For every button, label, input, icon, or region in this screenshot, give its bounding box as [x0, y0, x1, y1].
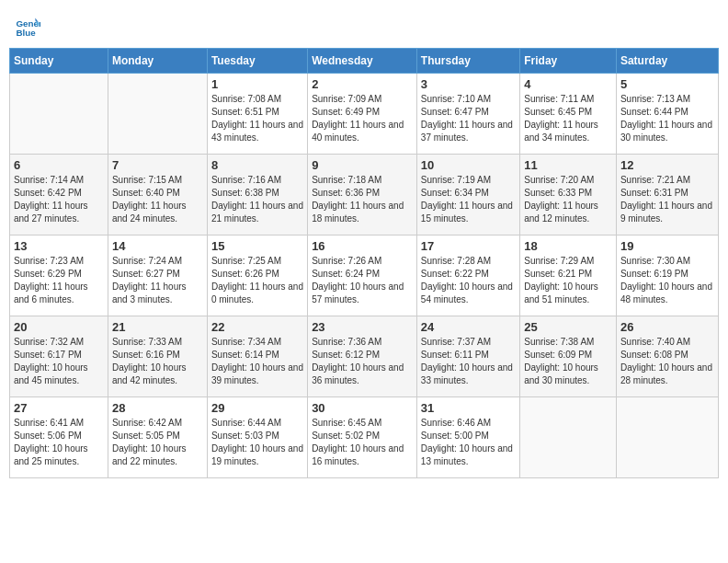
week-row-5: 27Sunrise: 6:41 AM Sunset: 5:06 PM Dayli… — [10, 397, 719, 478]
day-number: 10 — [421, 158, 516, 172]
week-row-3: 13Sunrise: 7:23 AM Sunset: 6:29 PM Dayli… — [10, 236, 719, 316]
calendar-cell — [10, 74, 108, 155]
calendar-cell: 7Sunrise: 7:15 AM Sunset: 6:40 PM Daylig… — [108, 155, 207, 236]
calendar-cell: 16Sunrise: 7:26 AM Sunset: 6:24 PM Dayli… — [308, 236, 417, 316]
calendar-cell: 26Sunrise: 7:40 AM Sunset: 6:08 PM Dayli… — [616, 316, 718, 397]
day-info: Sunrise: 6:44 AM Sunset: 5:03 PM Dayligh… — [211, 417, 303, 468]
calendar-cell: 20Sunrise: 7:32 AM Sunset: 6:17 PM Dayli… — [10, 316, 108, 397]
header-tuesday: Tuesday — [207, 49, 307, 74]
calendar-cell: 13Sunrise: 7:23 AM Sunset: 6:29 PM Dayli… — [10, 236, 108, 316]
header-monday: Monday — [108, 49, 207, 74]
calendar-cell: 24Sunrise: 7:37 AM Sunset: 6:11 PM Dayli… — [416, 316, 519, 397]
day-number: 22 — [211, 320, 303, 334]
day-info: Sunrise: 7:25 AM Sunset: 6:26 PM Dayligh… — [211, 255, 303, 306]
day-number: 1 — [211, 77, 303, 91]
day-number: 6 — [14, 158, 104, 172]
day-info: Sunrise: 7:29 AM Sunset: 6:21 PM Dayligh… — [524, 255, 612, 306]
day-info: Sunrise: 7:10 AM Sunset: 6:47 PM Dayligh… — [421, 93, 516, 144]
day-info: Sunrise: 7:09 AM Sunset: 6:49 PM Dayligh… — [312, 93, 413, 144]
day-info: Sunrise: 7:21 AM Sunset: 6:31 PM Dayligh… — [620, 174, 714, 225]
calendar-cell: 25Sunrise: 7:38 AM Sunset: 6:09 PM Dayli… — [520, 316, 617, 397]
day-number: 7 — [112, 158, 203, 172]
day-number: 30 — [312, 401, 413, 415]
day-info: Sunrise: 7:15 AM Sunset: 6:40 PM Dayligh… — [112, 174, 203, 225]
day-number: 27 — [14, 401, 104, 415]
calendar-cell: 29Sunrise: 6:44 AM Sunset: 5:03 PM Dayli… — [207, 397, 307, 478]
day-number: 2 — [312, 77, 413, 91]
calendar-cell: 9Sunrise: 7:18 AM Sunset: 6:36 PM Daylig… — [308, 155, 417, 236]
day-number: 14 — [112, 239, 203, 253]
calendar-cell: 21Sunrise: 7:33 AM Sunset: 6:16 PM Dayli… — [108, 316, 207, 397]
calendar-cell: 22Sunrise: 7:34 AM Sunset: 6:14 PM Dayli… — [207, 316, 307, 397]
calendar-header-row: SundayMondayTuesdayWednesdayThursdayFrid… — [10, 49, 719, 74]
header-friday: Friday — [520, 49, 617, 74]
day-number: 25 — [524, 320, 612, 334]
calendar-cell: 15Sunrise: 7:25 AM Sunset: 6:26 PM Dayli… — [207, 236, 307, 316]
header-thursday: Thursday — [416, 49, 519, 74]
calendar-cell: 10Sunrise: 7:19 AM Sunset: 6:34 PM Dayli… — [416, 155, 519, 236]
day-number: 28 — [112, 401, 203, 415]
week-row-2: 6Sunrise: 7:14 AM Sunset: 6:42 PM Daylig… — [10, 155, 719, 236]
day-info: Sunrise: 7:19 AM Sunset: 6:34 PM Dayligh… — [421, 174, 516, 225]
day-info: Sunrise: 7:34 AM Sunset: 6:14 PM Dayligh… — [211, 336, 303, 387]
day-number: 17 — [421, 239, 516, 253]
day-info: Sunrise: 7:18 AM Sunset: 6:36 PM Dayligh… — [312, 174, 413, 225]
calendar-cell: 17Sunrise: 7:28 AM Sunset: 6:22 PM Dayli… — [416, 236, 519, 316]
day-info: Sunrise: 6:46 AM Sunset: 5:00 PM Dayligh… — [421, 417, 516, 468]
day-number: 20 — [14, 320, 104, 334]
calendar-cell: 14Sunrise: 7:24 AM Sunset: 6:27 PM Dayli… — [108, 236, 207, 316]
svg-text:Blue: Blue — [16, 28, 36, 38]
calendar-cell: 31Sunrise: 6:46 AM Sunset: 5:00 PM Dayli… — [416, 397, 519, 478]
page-header: General Blue — [9, 9, 719, 42]
day-number: 24 — [421, 320, 516, 334]
logo-icon: General Blue — [15, 13, 40, 39]
day-number: 3 — [421, 77, 516, 91]
header-wednesday: Wednesday — [308, 49, 417, 74]
calendar-cell — [520, 397, 617, 478]
day-number: 9 — [312, 158, 413, 172]
day-number: 19 — [620, 239, 714, 253]
calendar-cell: 5Sunrise: 7:13 AM Sunset: 6:44 PM Daylig… — [616, 74, 718, 155]
calendar-cell: 12Sunrise: 7:21 AM Sunset: 6:31 PM Dayli… — [616, 155, 718, 236]
calendar-cell: 11Sunrise: 7:20 AM Sunset: 6:33 PM Dayli… — [520, 155, 617, 236]
day-info: Sunrise: 7:14 AM Sunset: 6:42 PM Dayligh… — [14, 174, 104, 225]
day-number: 31 — [421, 401, 516, 415]
day-number: 4 — [524, 77, 612, 91]
day-number: 16 — [312, 239, 413, 253]
day-number: 23 — [312, 320, 413, 334]
calendar-cell — [108, 74, 207, 155]
day-info: Sunrise: 6:45 AM Sunset: 5:02 PM Dayligh… — [312, 417, 413, 468]
day-number: 5 — [620, 77, 714, 91]
calendar-cell: 4Sunrise: 7:11 AM Sunset: 6:45 PM Daylig… — [520, 74, 617, 155]
day-info: Sunrise: 7:24 AM Sunset: 6:27 PM Dayligh… — [112, 255, 203, 306]
day-info: Sunrise: 7:16 AM Sunset: 6:38 PM Dayligh… — [211, 174, 303, 225]
calendar-cell: 19Sunrise: 7:30 AM Sunset: 6:19 PM Dayli… — [616, 236, 718, 316]
day-number: 12 — [620, 158, 714, 172]
day-number: 8 — [211, 158, 303, 172]
calendar-cell: 28Sunrise: 6:42 AM Sunset: 5:05 PM Dayli… — [108, 397, 207, 478]
day-info: Sunrise: 7:11 AM Sunset: 6:45 PM Dayligh… — [524, 93, 612, 144]
day-info: Sunrise: 7:13 AM Sunset: 6:44 PM Dayligh… — [620, 93, 714, 144]
calendar-cell: 8Sunrise: 7:16 AM Sunset: 6:38 PM Daylig… — [207, 155, 307, 236]
day-number: 11 — [524, 158, 612, 172]
day-number: 21 — [112, 320, 203, 334]
day-info: Sunrise: 7:33 AM Sunset: 6:16 PM Dayligh… — [112, 336, 203, 387]
logo: General Blue — [15, 13, 44, 39]
week-row-4: 20Sunrise: 7:32 AM Sunset: 6:17 PM Dayli… — [10, 316, 719, 397]
calendar-cell: 2Sunrise: 7:09 AM Sunset: 6:49 PM Daylig… — [308, 74, 417, 155]
calendar-cell — [616, 397, 718, 478]
day-info: Sunrise: 7:28 AM Sunset: 6:22 PM Dayligh… — [421, 255, 516, 306]
calendar-cell: 27Sunrise: 6:41 AM Sunset: 5:06 PM Dayli… — [10, 397, 108, 478]
calendar-cell: 30Sunrise: 6:45 AM Sunset: 5:02 PM Dayli… — [308, 397, 417, 478]
week-row-1: 1Sunrise: 7:08 AM Sunset: 6:51 PM Daylig… — [10, 74, 719, 155]
day-info: Sunrise: 7:23 AM Sunset: 6:29 PM Dayligh… — [14, 255, 104, 306]
calendar-cell: 6Sunrise: 7:14 AM Sunset: 6:42 PM Daylig… — [10, 155, 108, 236]
calendar-cell: 1Sunrise: 7:08 AM Sunset: 6:51 PM Daylig… — [207, 74, 307, 155]
day-info: Sunrise: 7:08 AM Sunset: 6:51 PM Dayligh… — [211, 93, 303, 144]
day-number: 18 — [524, 239, 612, 253]
calendar-cell: 23Sunrise: 7:36 AM Sunset: 6:12 PM Dayli… — [308, 316, 417, 397]
day-info: Sunrise: 6:42 AM Sunset: 5:05 PM Dayligh… — [112, 417, 203, 468]
day-info: Sunrise: 7:40 AM Sunset: 6:08 PM Dayligh… — [620, 336, 714, 387]
header-sunday: Sunday — [10, 49, 108, 74]
day-number: 15 — [211, 239, 303, 253]
